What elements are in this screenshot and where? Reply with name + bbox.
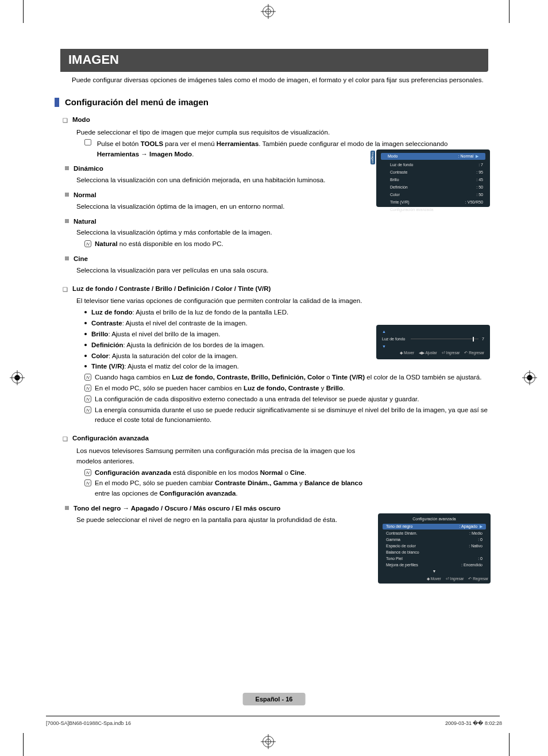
note-icon: N (84, 479, 91, 486)
osd-value: : Normal (458, 154, 473, 159)
subheading-text: Normal (74, 190, 97, 201)
osd-label: Modo (388, 154, 458, 159)
note-icon: N (84, 396, 91, 402)
registration-mark-icon (263, 6, 274, 17)
banner-subtitle: Puede configurar diversas opciones de im… (60, 75, 490, 85)
bullet-icon (84, 365, 87, 367)
osd-label: Tono Piel (386, 557, 478, 561)
body-text: Definición: Ajusta la definición de los … (91, 340, 265, 351)
note-row: NCuando haga cambios en Luz de fondo, Co… (84, 373, 490, 383)
osd-label: Luz de fondo (390, 163, 478, 167)
osd-label: Balance de blanco (386, 550, 483, 554)
osd-value: : 50 (476, 185, 483, 189)
osd-label: Tinte (V/R) (390, 200, 465, 204)
osd-value: : 50 (476, 193, 483, 197)
square-bullet-icon (65, 193, 69, 197)
indb-filename: [7000-SA]BN68-01988C-Spa.indb 16 (46, 720, 131, 726)
note-icon: N (84, 240, 91, 247)
osd-row: Configuración avanzada (379, 206, 488, 213)
subheading-natural: Natural (65, 217, 490, 227)
body-text: En el modo PC, sólo se pueden cambiar Co… (95, 478, 372, 499)
osd-row-highlighted: Modo: Normal ▶ (381, 153, 485, 160)
bullet-icon (84, 322, 87, 324)
square-bullet-icon (65, 506, 69, 510)
osd-slider-panel: ▲ Luz de fondo 7 ▼ ◆ Mover◀▶ Ajustar⏎ In… (376, 325, 490, 359)
osd-label: Mejora de perfiles (386, 563, 461, 567)
osd-row: Balance de blanco (380, 549, 488, 555)
chevron-right-icon: ▶ (477, 524, 483, 529)
registration-mark-icon (524, 372, 535, 383)
osd-value: : Nativo (469, 544, 483, 548)
osd-conf-avanzada-menu: Configuración avanzada Tono del negro: A… (378, 513, 491, 584)
body-text: En el modo PC, sólo se pueden hacer camb… (95, 383, 345, 394)
banner-title: IMAGEN (60, 49, 488, 72)
registration-mark-icon (11, 372, 23, 383)
osd-label: Tono del negro (386, 524, 460, 529)
bullet-item: Luz de fondo: Ajusta el brillo de la luz… (84, 308, 490, 318)
osd-value: : 95 (476, 170, 483, 174)
osd-row: Color: 50 (379, 191, 488, 198)
chevron-right-icon: ▶ (473, 154, 478, 159)
subheading-text: Configuración avanzada (72, 433, 149, 444)
bullet-item: Tinte (V/R): Ajusta el matiz del color d… (84, 362, 490, 372)
crop-mark (23, 733, 24, 756)
bullet-icon (84, 344, 87, 346)
osd-label: Contraste Dinám. (386, 531, 469, 535)
note-row: NLa energía consumida durante el uso se … (84, 405, 490, 426)
osd-row: Tinte (V/R): V50/R50 (379, 198, 488, 206)
osd-row-highlighted: Tono del negro: Apagado ▶ (383, 524, 486, 529)
note-icon: N (84, 406, 91, 413)
note-row: NEn el modo PC, sólo se pueden hacer cam… (84, 383, 490, 394)
arrow-down-icon: ▼ (433, 569, 437, 573)
body-text: Color: Ajusta la saturación del color de… (91, 351, 238, 362)
body-text: La configuración de cada dispositivo ext… (95, 394, 419, 405)
osd-footer: ◆ Mover◀▶ Ajustar⏎ Ingresar↶ Regresar (382, 351, 484, 355)
subheading-text: Cine (74, 254, 88, 264)
square-bullet-icon (65, 256, 69, 260)
bullet-icon (84, 311, 87, 313)
osd-imagen-menu: Imagen Modo: Normal ▶ Luz de fondo: 7 Co… (376, 149, 490, 207)
osd-row: Espacio de color: Nativo (380, 543, 488, 549)
osd-title: Configuración avanzada (380, 516, 488, 523)
body-text: Brillo: Ajusta el nivel del brillo de la… (91, 329, 220, 340)
subheading-text: Tono del negro → Apagado / Oscuro / Más … (74, 504, 280, 514)
note-row: NLa configuración de cada dispositivo ex… (84, 394, 490, 405)
crop-mark (23, 0, 24, 23)
subheading-luz: ❏Luz de fondo / Contraste / Brillo / Def… (63, 284, 490, 294)
square-bullet-icon (65, 219, 69, 223)
body-text: Selecciona la visualización óptima y más… (76, 228, 490, 238)
osd-value: : Medio (469, 531, 483, 535)
crop-mark (509, 733, 510, 756)
subheading-text: Dinámico (74, 164, 103, 174)
section-heading-text: Configuración del menú de imagen (65, 97, 209, 107)
osd-tab-label: Imagen (371, 151, 375, 164)
osd-row: Tono Piel: 0 (380, 555, 488, 562)
osd-label: Definición (390, 185, 476, 189)
subheading-conf-avanzada: ❏Configuración avanzada (63, 433, 490, 444)
subheading-text: Modo (72, 115, 90, 125)
osd-row: Brillo: 45 (379, 176, 488, 183)
osd-slider-row: Luz de fondo 7 (382, 337, 484, 341)
osd-row: Luz de fondo: 7 (379, 161, 488, 168)
subheading-cine: Cine (65, 254, 490, 264)
osd-more-indicator: ▼ (380, 568, 488, 574)
registration-mark-icon (263, 736, 274, 747)
osd-label: Brillo (390, 178, 476, 182)
osd-label: Configuración avanzada (390, 208, 483, 212)
arrow-down-icon: ▼ (382, 344, 386, 348)
body-text: La energía consumida durante el uso se p… (95, 405, 490, 426)
body-text: Cuando haga cambios en Luz de fondo, Con… (95, 373, 481, 383)
note-icon: N (84, 374, 91, 381)
osd-row: Mejora de perfiles: Encendido (380, 562, 488, 568)
print-timestamp: 2009-03-31 �� 8:02:28 (445, 720, 502, 726)
osd-value: : 7 (478, 163, 483, 167)
subheading-text: Natural (74, 217, 97, 227)
crop-mark (509, 0, 510, 23)
osd-value: : V50/R50 (465, 200, 483, 204)
osd-value: : 45 (476, 178, 483, 182)
slider-thumb (473, 337, 474, 341)
subheading-text: Luz de fondo / Contraste / Brillo / Defi… (72, 284, 271, 294)
body-text: Selecciona la visualización para ver pel… (76, 266, 490, 276)
body-text: Tinte (V/R): Ajusta el matiz del color d… (91, 362, 239, 372)
body-text: El televisor tiene varias opciones de co… (76, 296, 364, 306)
